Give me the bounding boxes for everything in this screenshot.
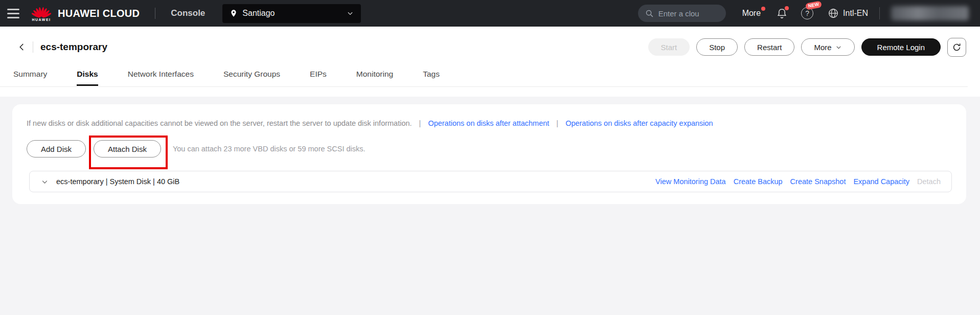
help-glyph: ? <box>805 9 809 17</box>
tab-monitoring[interactable]: Monitoring <box>356 70 393 86</box>
nav-divider <box>879 7 880 19</box>
detach-link-disabled: Detach <box>917 177 941 186</box>
tab-bar: Summary Disks Network Interfaces Securit… <box>0 63 968 87</box>
console-link[interactable]: Console <box>171 8 205 18</box>
tab-security-groups[interactable]: Security Groups <box>223 70 280 86</box>
brand-name: HUAWEI CLOUD <box>58 8 140 19</box>
restart-button[interactable]: Restart <box>744 38 794 56</box>
disks-panel: If new disks or disk additional capaciti… <box>12 104 966 204</box>
top-navbar: HUAWEI HUAWEI CLOUD Console Santiago Mor… <box>0 0 980 27</box>
search-icon <box>645 9 654 18</box>
language-label: Intl-EN <box>843 9 868 18</box>
region-name: Santiago <box>242 9 275 18</box>
back-button[interactable] <box>15 40 29 54</box>
tab-disks[interactable]: Disks <box>77 70 98 86</box>
tab-network-interfaces[interactable]: Network Interfaces <box>128 70 194 86</box>
title-row: ecs-temporary Start Stop Restart More Re… <box>0 27 980 63</box>
start-button[interactable]: Start <box>648 38 690 56</box>
nav-divider <box>155 8 155 19</box>
tab-summary[interactable]: Summary <box>13 70 47 86</box>
language-selector[interactable]: Intl-EN <box>828 8 868 19</box>
notifications-bell[interactable] <box>776 8 788 19</box>
tab-eips[interactable]: EIPs <box>310 70 327 86</box>
link-operations-after-attachment[interactable]: Operations on disks after attachment <box>428 119 549 127</box>
refresh-button[interactable] <box>947 38 966 57</box>
globe-icon <box>828 8 839 19</box>
notification-dot <box>785 6 789 10</box>
disk-row-label: ecs-temporary | System Disk | 40 GiB <box>56 177 179 186</box>
page-title: ecs-temporary <box>40 41 107 53</box>
page-header: ecs-temporary Start Stop Restart More Re… <box>0 27 980 97</box>
new-badge: NEW <box>805 1 822 10</box>
nav-more-label: More <box>742 9 761 18</box>
chevron-down-icon <box>835 44 842 51</box>
chevron-down-icon <box>41 178 49 186</box>
create-snapshot-link[interactable]: Create Snapshot <box>790 177 846 186</box>
header-actions: Start Stop Restart More Remote Login <box>648 38 967 57</box>
chevron-down-icon <box>347 10 354 17</box>
account-menu-blurred[interactable] <box>891 6 969 20</box>
nav-right-group: More ? NEW Intl-EN <box>638 5 969 22</box>
separator: | <box>419 119 421 127</box>
refresh-icon <box>952 42 962 52</box>
separator: | <box>556 119 558 127</box>
help-center[interactable]: ? NEW <box>801 7 813 19</box>
content-area: If new disks or disk additional capaciti… <box>0 97 980 204</box>
disk-row: ecs-temporary | System Disk | 40 GiB Vie… <box>29 171 952 192</box>
more-button-label: More <box>814 43 831 52</box>
global-search[interactable] <box>638 5 726 22</box>
link-operations-after-capacity-expansion[interactable]: Operations on disks after capacity expan… <box>565 119 713 127</box>
create-backup-link[interactable]: Create Backup <box>734 177 783 186</box>
region-selector[interactable]: Santiago <box>222 4 361 23</box>
notification-dot <box>761 7 765 11</box>
tab-tags[interactable]: Tags <box>423 70 440 86</box>
stop-button[interactable]: Stop <box>696 38 738 56</box>
more-button[interactable]: More <box>801 38 854 56</box>
disk-notice-line: If new disks or disk additional capaciti… <box>27 119 952 127</box>
nav-more[interactable]: More <box>742 9 761 18</box>
hamburger-menu-icon[interactable] <box>7 9 19 18</box>
title-divider <box>33 41 33 53</box>
expand-capacity-link[interactable]: Expand Capacity <box>853 177 909 186</box>
add-disk-button[interactable]: Add Disk <box>27 140 86 158</box>
search-input[interactable] <box>658 9 719 18</box>
disk-action-row: Add Disk Attach Disk You can attach 23 m… <box>27 140 952 158</box>
attach-disk-wrapper: Attach Disk <box>94 140 161 158</box>
location-pin-icon <box>230 9 238 17</box>
attach-disk-button[interactable]: Attach Disk <box>94 140 161 158</box>
disk-notice-text: If new disks or disk additional capaciti… <box>27 119 412 127</box>
expand-row-button[interactable] <box>39 176 50 187</box>
attach-capacity-hint: You can attach 23 more VBD disks or 59 m… <box>173 145 366 153</box>
remote-login-button[interactable]: Remote Login <box>861 38 941 56</box>
view-monitoring-data-link[interactable]: View Monitoring Data <box>655 177 726 186</box>
huawei-logo-caption: HUAWEI <box>32 18 51 21</box>
huawei-logo: HUAWEI <box>32 6 51 21</box>
chevron-left-icon <box>17 42 27 52</box>
disk-row-actions: View Monitoring Data Create Backup Creat… <box>655 177 941 186</box>
huawei-flower-icon <box>32 6 51 19</box>
